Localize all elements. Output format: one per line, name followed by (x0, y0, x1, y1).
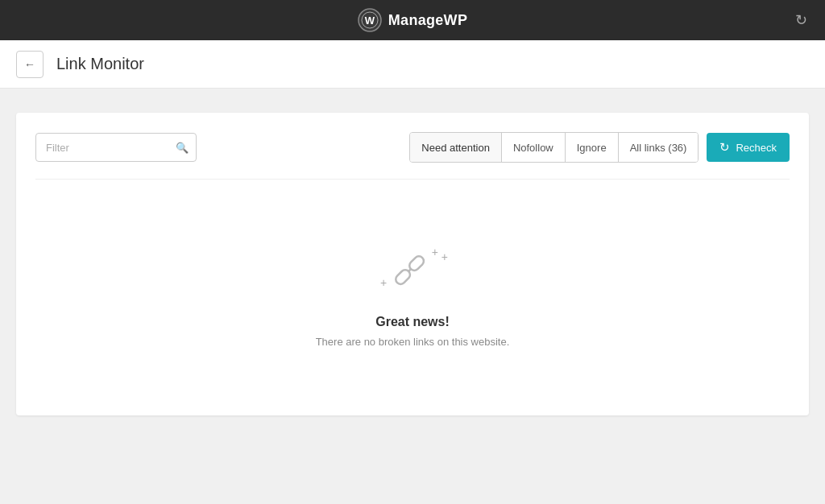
back-button[interactable]: ← (16, 51, 44, 78)
filter-input[interactable] (35, 133, 197, 162)
page-title: Link Monitor (56, 55, 144, 73)
plus-decoration-3: + (380, 276, 387, 289)
empty-state-description: There are no broken links on this websit… (316, 336, 510, 348)
filter-input-wrapper: 🔍 (35, 133, 197, 162)
chain-icon-wrapper: + + + (380, 244, 445, 300)
empty-state: + + + Great news! There are no broke (35, 180, 790, 396)
managewp-logo-icon: W (358, 8, 382, 32)
recheck-icon: ↻ (719, 140, 730, 155)
svg-line-5 (408, 269, 411, 271)
chain-icon (388, 249, 433, 294)
tab-all-links[interactable]: All links (36) (619, 133, 699, 162)
main-content: 🔍 Need attention Nofollow Ignore All lin… (0, 89, 825, 504)
tab-ignore[interactable]: Ignore (566, 133, 619, 162)
empty-state-title: Great news! (375, 315, 450, 329)
header-bar: ← Link Monitor (0, 40, 825, 89)
nav-refresh-icon: ↻ (795, 11, 807, 29)
controls-row: 🔍 Need attention Nofollow Ignore All lin… (35, 132, 790, 163)
recheck-button[interactable]: ↻ Recheck (707, 133, 790, 162)
logo: W ManageWP (358, 8, 467, 32)
link-monitor-card: 🔍 Need attention Nofollow Ignore All lin… (16, 113, 809, 415)
tab-nofollow[interactable]: Nofollow (502, 133, 566, 162)
tab-need-attention[interactable]: Need attention (410, 133, 502, 162)
nav-refresh-button[interactable]: ↻ (790, 6, 812, 34)
recheck-label: Recheck (736, 142, 777, 154)
tabs-and-recheck: Need attention Nofollow Ignore All links… (409, 132, 790, 163)
plus-decoration-2: + (442, 250, 448, 263)
svg-text:W: W (365, 14, 375, 27)
back-arrow-icon: ← (24, 58, 35, 71)
managewp-logo-text: ManageWP (388, 12, 467, 29)
top-navigation: W ManageWP ↻ (0, 0, 825, 40)
tab-group: Need attention Nofollow Ignore All links… (409, 132, 699, 163)
